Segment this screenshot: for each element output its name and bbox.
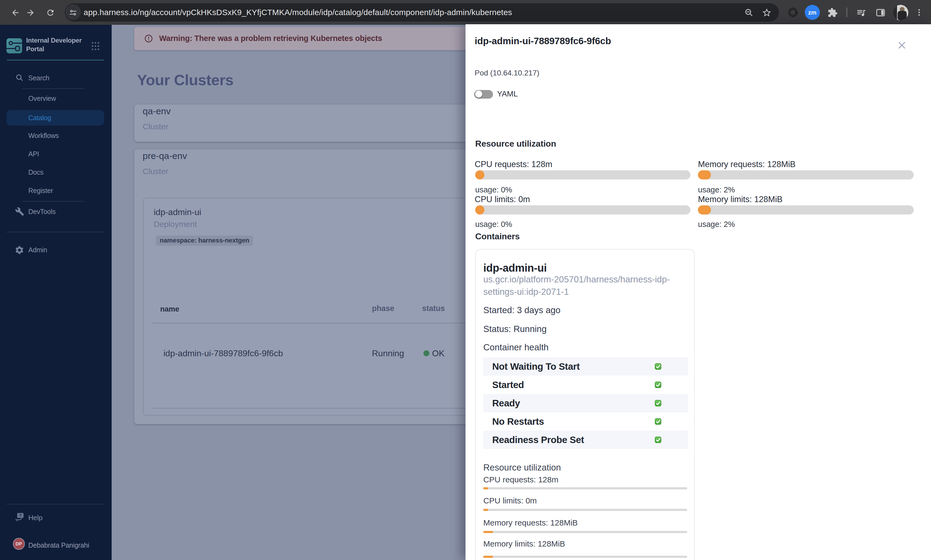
svg-text:?: ? [19,513,22,518]
